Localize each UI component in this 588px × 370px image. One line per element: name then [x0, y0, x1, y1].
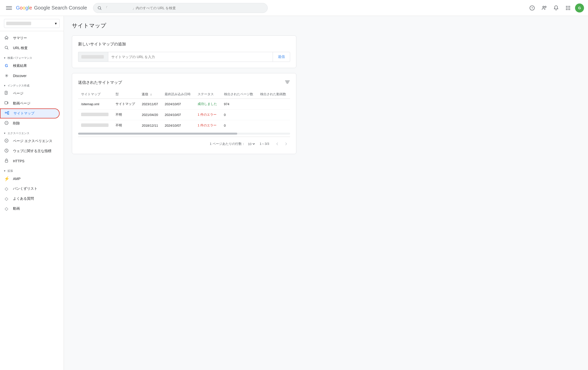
cell-submitted: 2021/04/20: [139, 109, 162, 120]
submitted-sitemaps-title: 送信されたサイトマップ: [78, 80, 122, 85]
pagination-row: 1 ページあたりの行数： 10 25 50 1～3/3: [78, 137, 290, 148]
svg-rect-25: [8, 113, 9, 114]
table-scrollbar[interactable]: [78, 133, 290, 135]
home-icon: [4, 35, 9, 41]
app-logo: Google Google Search Console: [16, 5, 87, 11]
section-search-performance[interactable]: ▾ 検索パフォーマンス: [0, 53, 64, 61]
sidebar-item-amp[interactable]: ⚡ AMP: [0, 174, 60, 184]
cell-pages-detected: 0: [221, 109, 257, 120]
property-selector-container: ▼: [0, 16, 64, 31]
sidebar-item-https[interactable]: HTTPS: [0, 156, 60, 166]
svg-rect-16: [568, 9, 569, 10]
sidebar-item-label: ページ: [13, 91, 23, 96]
sidebar-item-discover[interactable]: ✳ Discover: [0, 71, 60, 81]
google-g-icon: G: [4, 64, 9, 68]
rows-per-page: 1 ページあたりの行数： 10 25 50: [210, 142, 256, 146]
property-selector[interactable]: ▼: [4, 19, 60, 28]
search-bar[interactable]: [93, 3, 268, 13]
search-input[interactable]: [104, 6, 263, 10]
svg-rect-13: [568, 7, 569, 8]
sidebar-item-sitemap[interactable]: サイトマップ: [0, 108, 60, 118]
rows-per-page-label: 1 ページあたりの行数：: [210, 142, 245, 146]
section-enhancements[interactable]: ▾ 拡張: [0, 166, 64, 174]
cell-pages-detected: 0: [221, 120, 257, 131]
sitemaps-table: サイトマップ 型 送信 ↓ 最終読み込み日時 ステータス 検出されたページ数 検…: [78, 90, 290, 131]
sidebar-item-label: パンくずリスト: [13, 186, 37, 191]
sidebar-item-faq[interactable]: ◇ よくある質問: [0, 194, 60, 204]
svg-rect-1: [6, 8, 12, 8]
submitted-sitemaps-header: 送信されたサイトマップ: [78, 79, 290, 86]
cell-videos-detected: [257, 99, 290, 109]
sidebar-item-label: サイトマップ: [13, 111, 34, 116]
chevron-down-icon: ▾: [4, 132, 5, 135]
prev-page-button[interactable]: [273, 140, 281, 148]
sidebar-item-page-experience[interactable]: ページ エクスペリエンス: [0, 136, 60, 146]
blurred-sitemap: [81, 113, 109, 116]
rows-per-page-select[interactable]: 10 25 50: [247, 142, 256, 146]
sidebar-item-label: ウェブに関する主な指標: [13, 149, 51, 153]
table-scrollbar-thumb: [78, 133, 237, 135]
sidebar-item-label: ページ エクスペリエンス: [13, 139, 52, 143]
app-title: Google Search Console: [34, 5, 87, 11]
table-header-row: サイトマップ 型 送信 ↓ 最終読み込み日時 ステータス 検出されたページ数 検…: [78, 90, 290, 99]
col-submitted[interactable]: 送信 ↓: [139, 90, 162, 99]
cell-sitemap: /sitemap.xml: [78, 99, 113, 109]
sidebar-item-url-inspect[interactable]: URL 検査: [0, 43, 60, 53]
cell-videos-detected: [257, 120, 290, 131]
sidebar-item-core-web-vitals[interactable]: ウェブに関する主な指標: [0, 146, 60, 156]
table-row: 不明 2018/12/11 2024/10/07 1 件のエラー 0: [78, 120, 290, 131]
chevron-down-icon: ▾: [4, 169, 5, 173]
chevron-down-icon: ▼: [54, 22, 57, 25]
sidebar-item-label: HTTPS: [13, 159, 24, 163]
menu-icon[interactable]: [4, 3, 14, 13]
table-row: 不明 2021/04/20 2024/10/07 1 件のエラー 0: [78, 109, 290, 120]
sitemap-prefix: [78, 52, 108, 62]
sidebar-item-pages[interactable]: ページ: [0, 89, 60, 98]
submit-button[interactable]: 送信: [273, 52, 290, 62]
section-label: インデックス作成: [7, 84, 29, 88]
video-icon: ◇: [4, 206, 9, 211]
blurred-sitemap: [81, 123, 109, 127]
sidebar-item-label: 動画: [13, 206, 20, 211]
topbar-right: ?: [527, 3, 584, 13]
sidebar-item-breadcrumb[interactable]: ◇ パンくずリスト: [0, 184, 60, 194]
section-label: 拡張: [7, 169, 13, 173]
sidebar-item-remove[interactable]: 削除: [0, 118, 60, 128]
svg-point-8: [545, 6, 546, 7]
discover-icon: ✳: [4, 73, 9, 79]
sidebar-item-video-pages[interactable]: 動画ページ: [0, 98, 60, 108]
col-last-read: 最終読み込み日時: [162, 90, 195, 99]
avatar[interactable]: G: [575, 3, 584, 12]
users-icon[interactable]: [539, 3, 549, 13]
section-label: 検索パフォーマンス: [7, 56, 32, 60]
add-sitemap-row: 送信: [78, 52, 290, 62]
search-icon: [4, 45, 9, 51]
sidebar-item-search-results[interactable]: G 検索結果: [0, 61, 60, 71]
svg-rect-17: [569, 9, 570, 10]
svg-rect-9: [566, 6, 567, 7]
cell-status: 1 件のエラー: [195, 109, 221, 120]
section-label: エクスペリエンス: [7, 131, 29, 135]
svg-rect-23: [5, 112, 6, 113]
svg-rect-11: [569, 6, 570, 7]
add-sitemap-card: 新しいサイトマップの追加 送信: [72, 35, 296, 68]
cell-submitted: 2023/11/07: [139, 99, 162, 109]
sidebar-item-label: 動画ページ: [13, 101, 30, 106]
sitemap-url-input[interactable]: [108, 52, 273, 62]
sidebar-item-summary[interactable]: サマリー: [0, 33, 60, 43]
submitted-sitemaps-card: 送信されたサイトマップ サイトマップ 型: [72, 73, 296, 154]
sidebar-item-video[interactable]: ◇ 動画: [0, 204, 60, 214]
svg-rect-21: [5, 101, 7, 104]
bell-icon[interactable]: [551, 3, 561, 13]
section-experience[interactable]: ▾ エクスペリエンス: [0, 128, 64, 136]
cell-sitemap: [78, 109, 113, 120]
section-index[interactable]: ▾ インデックス作成: [0, 81, 64, 89]
next-page-button[interactable]: [282, 140, 290, 148]
help-icon[interactable]: ?: [527, 3, 537, 13]
topbar: Google Google Search Console ?: [0, 0, 588, 16]
filter-icon[interactable]: [285, 79, 290, 86]
core-web-vitals-icon: [4, 148, 9, 154]
apps-icon[interactable]: [563, 3, 573, 13]
lock-icon: [4, 158, 9, 164]
sort-arrow-icon: ↓: [150, 92, 152, 96]
